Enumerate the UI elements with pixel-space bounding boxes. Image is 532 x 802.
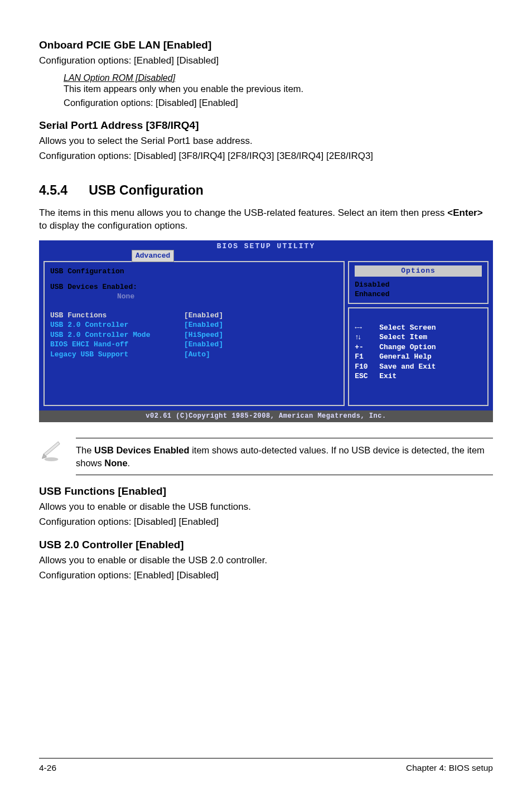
usb-functions-line2: Configuration options: [Disabled] [Enabl…	[39, 516, 493, 529]
bios-footer-text: v02.61 (C)Copyright 1985-2008, American …	[39, 410, 493, 422]
bios-option-item: Enhanced	[355, 289, 482, 299]
note-text-bold1: USB Devices Enabled	[94, 445, 190, 455]
bios-help-label: Change Option	[379, 342, 436, 352]
bios-setting-label: BIOS EHCI Hand-off	[50, 340, 184, 350]
bios-setting-row: USB 2.0 Controller Mode[HiSpeed]	[50, 330, 338, 340]
bios-help-row: ESCExit	[355, 371, 482, 381]
bios-help-label: Select Screen	[379, 323, 436, 333]
bios-devices-none: None	[117, 292, 338, 302]
footer-rule	[39, 758, 493, 758]
bios-help-row: ↑↓Select Item	[355, 332, 482, 342]
note-icon	[39, 438, 64, 465]
bios-help-row: +-Change Option	[355, 342, 482, 352]
bios-help-label: Select Item	[379, 332, 427, 342]
usb-functions-line1: Allows you to enable or disable the USB …	[39, 501, 493, 514]
section-intro-part1: The items in this menu allows you to cha…	[39, 207, 447, 218]
bios-help-key: ↑↓	[355, 332, 379, 342]
section-intro-part2: to display the configuration options.	[39, 220, 188, 231]
lan-option-rom-heading: LAN Option ROM [Disabled]	[64, 73, 493, 83]
bios-setting-value: [HiSpeed]	[184, 330, 223, 340]
onboard-options-text: Configuration options: [Enabled] [Disabl…	[39, 55, 493, 67]
section-intro: The items in this menu allows you to cha…	[39, 207, 493, 233]
footer-chapter: Chapter 4: BIOS setup	[406, 763, 493, 773]
bios-help-row: ←→Select Screen	[355, 323, 482, 333]
bios-help-key: +-	[355, 342, 379, 352]
bios-help-label: Save and Exit	[379, 362, 436, 372]
section-heading: 4.5.4 USB Configuration	[39, 183, 493, 198]
bios-setting-row: USB Functions[Enabled]	[50, 311, 338, 321]
usb20-line2: Configuration options: [Enabled] [Disabl…	[39, 569, 493, 582]
bios-setting-label: USB Functions	[50, 311, 184, 321]
heading-onboard-pcie: Onboard PCIE GbE LAN [Enabled]	[39, 39, 493, 51]
serial-line1: Allows you to select the Serial Port1 ba…	[39, 135, 493, 148]
bios-options-box: Options DisabledEnhanced	[348, 261, 489, 304]
footer-page-number: 4-26	[39, 763, 56, 773]
bios-help-label: General Help	[379, 352, 432, 362]
bios-screenshot: BIOS SETUP UTILITY Advanced USB Configur…	[39, 240, 493, 423]
bios-help-key: F10	[355, 362, 379, 372]
bios-options-header: Options	[355, 265, 482, 277]
bios-devices-label: USB Devices Enabled:	[50, 282, 338, 292]
bios-setting-row: BIOS EHCI Hand-off[Enabled]	[50, 340, 338, 350]
lan-option-rom-line1: This item appears only when you enable t…	[64, 83, 493, 95]
heading-usb-functions: USB Functions [Enabled]	[39, 485, 493, 497]
page-footer: 4-26 Chapter 4: BIOS setup	[39, 763, 493, 773]
bios-setting-label: USB 2.0 Controller	[50, 320, 184, 330]
section-title: USB Configuration	[89, 183, 204, 198]
note-block: The USB Devices Enabled item shows auto-…	[39, 438, 493, 475]
bios-setting-value: [Auto]	[184, 350, 210, 360]
bios-setting-value: [Enabled]	[184, 311, 223, 321]
note-text: The USB Devices Enabled item shows auto-…	[76, 438, 493, 475]
bios-left-title: USB Configuration	[50, 267, 338, 277]
note-text-post: .	[128, 458, 130, 468]
lan-option-rom-line2: Configuration options: [Disabled] [Enabl…	[64, 97, 493, 109]
section-number: 4.5.4	[39, 183, 67, 198]
bios-help-row: F1General Help	[355, 352, 482, 362]
note-text-pre: The	[76, 445, 94, 455]
bios-help-key: ←→	[355, 323, 379, 333]
bios-setting-row: Legacy USB Support[Auto]	[50, 350, 338, 360]
bios-help-key: F1	[355, 352, 379, 362]
svg-point-0	[45, 457, 59, 461]
bios-setting-label: USB 2.0 Controller Mode	[50, 330, 184, 340]
bios-setting-value: [Enabled]	[184, 320, 223, 330]
note-text-bold2: None	[104, 458, 127, 468]
bios-help-key: ESC	[355, 371, 379, 381]
bios-tab-advanced: Advanced	[132, 250, 174, 262]
bios-setting-label: Legacy USB Support	[50, 350, 184, 360]
bios-option-item: Disabled	[355, 280, 482, 290]
bios-help-row: F10Save and Exit	[355, 362, 482, 372]
bios-tab-row: Advanced	[39, 250, 493, 261]
serial-line2: Configuration options: [Disabled] [3F8/I…	[39, 150, 493, 163]
bios-help-box: ←→Select Screen↑↓Select Item+-Change Opt…	[348, 307, 489, 406]
bios-left-panel: USB Configuration USB Devices Enabled: N…	[43, 261, 345, 406]
heading-serial-port: Serial Port1 Address [3F8/IRQ4]	[39, 119, 493, 132]
lan-option-rom-block: LAN Option ROM [Disabled] This item appe…	[64, 73, 493, 109]
heading-usb20-controller: USB 2.0 Controller [Enabled]	[39, 539, 493, 551]
bios-setting-value: [Enabled]	[184, 340, 223, 350]
bios-setting-row: USB 2.0 Controller[Enabled]	[50, 320, 338, 330]
bios-help-label: Exit	[379, 371, 396, 381]
usb20-line1: Allows you to enable or disable the USB …	[39, 554, 493, 567]
section-intro-key: <Enter>	[447, 207, 482, 218]
